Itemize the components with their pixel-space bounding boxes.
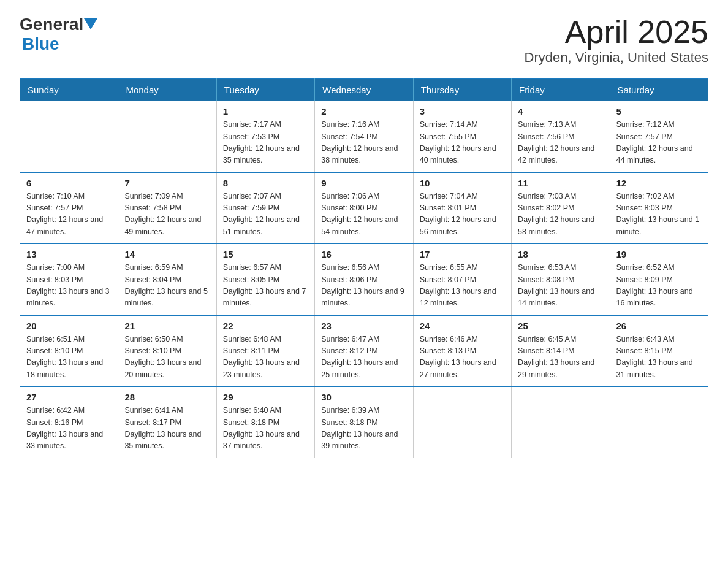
day-info: Sunrise: 6:56 AMSunset: 8:06 PMDaylight:… <box>321 262 406 310</box>
calendar-cell: 16Sunrise: 6:56 AMSunset: 8:06 PMDayligh… <box>315 243 413 315</box>
day-number: 13 <box>26 249 112 259</box>
calendar-cell <box>413 386 511 458</box>
day-number: 21 <box>124 321 210 331</box>
day-number: 15 <box>223 249 308 259</box>
day-info: Sunrise: 6:51 AMSunset: 8:10 PMDaylight:… <box>26 334 112 381</box>
day-number: 6 <box>26 178 112 188</box>
day-info: Sunrise: 6:55 AMSunset: 8:07 PMDaylight:… <box>420 262 505 310</box>
day-info: Sunrise: 7:14 AMSunset: 7:55 PMDaylight:… <box>420 119 505 167</box>
day-number: 5 <box>616 106 702 117</box>
calendar-cell: 30Sunrise: 6:39 AMSunset: 8:18 PMDayligh… <box>315 386 413 458</box>
calendar-cell: 24Sunrise: 6:46 AMSunset: 8:13 PMDayligh… <box>413 315 511 387</box>
day-number: 11 <box>518 178 603 188</box>
calendar-week-1: 1Sunrise: 7:17 AMSunset: 7:53 PMDaylight… <box>20 101 708 172</box>
calendar-week-5: 27Sunrise: 6:42 AMSunset: 8:16 PMDayligh… <box>20 386 708 458</box>
calendar-header-row: SundayMondayTuesdayWednesdayThursdayFrid… <box>20 79 708 102</box>
day-number: 24 <box>420 321 505 331</box>
calendar-cell: 5Sunrise: 7:12 AMSunset: 7:57 PMDaylight… <box>610 101 708 172</box>
day-info: Sunrise: 7:03 AMSunset: 8:02 PMDaylight:… <box>518 191 603 239</box>
day-info: Sunrise: 7:04 AMSunset: 8:01 PMDaylight:… <box>420 191 505 239</box>
day-number: 27 <box>26 392 112 402</box>
calendar-cell: 18Sunrise: 6:53 AMSunset: 8:08 PMDayligh… <box>512 243 610 315</box>
day-info: Sunrise: 7:09 AMSunset: 7:58 PMDaylight:… <box>124 191 210 239</box>
calendar-cell: 15Sunrise: 6:57 AMSunset: 8:05 PMDayligh… <box>216 243 314 315</box>
day-number: 16 <box>321 249 406 259</box>
calendar-cell: 21Sunrise: 6:50 AMSunset: 8:10 PMDayligh… <box>118 315 216 387</box>
day-number: 3 <box>420 106 505 117</box>
calendar-cell: 28Sunrise: 6:41 AMSunset: 8:17 PMDayligh… <box>118 386 216 458</box>
day-info: Sunrise: 6:40 AMSunset: 8:18 PMDaylight:… <box>223 405 308 453</box>
day-info: Sunrise: 6:46 AMSunset: 8:13 PMDaylight:… <box>420 334 505 381</box>
day-number: 17 <box>420 249 505 259</box>
calendar-cell <box>610 386 708 458</box>
day-info: Sunrise: 6:43 AMSunset: 8:15 PMDaylight:… <box>616 334 702 381</box>
day-number: 18 <box>518 249 603 259</box>
weekday-header-saturday: Saturday <box>610 79 708 102</box>
day-number: 8 <box>223 178 308 188</box>
logo: General Blue <box>20 15 98 54</box>
calendar-cell: 23Sunrise: 6:47 AMSunset: 8:12 PMDayligh… <box>315 315 413 387</box>
weekday-header-thursday: Thursday <box>413 79 511 102</box>
day-number: 23 <box>321 321 406 331</box>
calendar-cell: 3Sunrise: 7:14 AMSunset: 7:55 PMDaylight… <box>413 101 511 172</box>
day-number: 9 <box>321 178 406 188</box>
day-info: Sunrise: 7:10 AMSunset: 7:57 PMDaylight:… <box>26 191 112 239</box>
weekday-header-sunday: Sunday <box>20 79 118 102</box>
weekday-header-monday: Monday <box>118 79 216 102</box>
day-number: 22 <box>223 321 308 331</box>
day-number: 25 <box>518 321 603 331</box>
day-info: Sunrise: 7:00 AMSunset: 8:03 PMDaylight:… <box>26 262 112 310</box>
day-info: Sunrise: 7:07 AMSunset: 7:59 PMDaylight:… <box>223 191 308 239</box>
calendar-cell: 12Sunrise: 7:02 AMSunset: 8:03 PMDayligh… <box>610 172 708 244</box>
weekday-header-tuesday: Tuesday <box>216 79 314 102</box>
calendar-week-3: 13Sunrise: 7:00 AMSunset: 8:03 PMDayligh… <box>20 243 708 315</box>
day-info: Sunrise: 6:53 AMSunset: 8:08 PMDaylight:… <box>518 262 603 310</box>
day-number: 12 <box>616 178 702 188</box>
calendar-cell: 2Sunrise: 7:16 AMSunset: 7:54 PMDaylight… <box>315 101 413 172</box>
day-number: 26 <box>616 321 702 331</box>
day-info: Sunrise: 7:16 AMSunset: 7:54 PMDaylight:… <box>321 119 406 167</box>
calendar-cell <box>512 386 610 458</box>
calendar-cell: 19Sunrise: 6:52 AMSunset: 8:09 PMDayligh… <box>610 243 708 315</box>
weekday-header-friday: Friday <box>512 79 610 102</box>
day-number: 7 <box>124 178 210 188</box>
calendar-subtitle: Dryden, Virginia, United States <box>525 50 708 66</box>
day-info: Sunrise: 6:47 AMSunset: 8:12 PMDaylight:… <box>321 334 406 381</box>
calendar-cell: 8Sunrise: 7:07 AMSunset: 7:59 PMDaylight… <box>216 172 314 244</box>
calendar-cell: 11Sunrise: 7:03 AMSunset: 8:02 PMDayligh… <box>512 172 610 244</box>
calendar-cell: 7Sunrise: 7:09 AMSunset: 7:58 PMDaylight… <box>118 172 216 244</box>
day-number: 10 <box>420 178 505 188</box>
day-number: 30 <box>321 392 406 402</box>
day-info: Sunrise: 7:13 AMSunset: 7:56 PMDaylight:… <box>518 119 603 167</box>
svg-marker-0 <box>84 18 97 29</box>
calendar-cell: 22Sunrise: 6:48 AMSunset: 8:11 PMDayligh… <box>216 315 314 387</box>
day-info: Sunrise: 6:42 AMSunset: 8:16 PMDaylight:… <box>26 405 112 453</box>
calendar-cell: 29Sunrise: 6:40 AMSunset: 8:18 PMDayligh… <box>216 386 314 458</box>
day-number: 29 <box>223 392 308 402</box>
calendar-cell: 4Sunrise: 7:13 AMSunset: 7:56 PMDaylight… <box>512 101 610 172</box>
calendar-cell: 27Sunrise: 6:42 AMSunset: 8:16 PMDayligh… <box>20 386 118 458</box>
calendar-cell: 6Sunrise: 7:10 AMSunset: 7:57 PMDaylight… <box>20 172 118 244</box>
calendar-cell <box>118 101 216 172</box>
calendar-title: April 2025 <box>525 15 708 50</box>
calendar-cell: 26Sunrise: 6:43 AMSunset: 8:15 PMDayligh… <box>610 315 708 387</box>
calendar-cell <box>20 101 118 172</box>
calendar-week-2: 6Sunrise: 7:10 AMSunset: 7:57 PMDaylight… <box>20 172 708 244</box>
day-info: Sunrise: 6:48 AMSunset: 8:11 PMDaylight:… <box>223 334 308 381</box>
day-number: 19 <box>616 249 702 259</box>
calendar-cell: 13Sunrise: 7:00 AMSunset: 8:03 PMDayligh… <box>20 243 118 315</box>
logo-blue-text: Blue <box>22 34 59 53</box>
day-info: Sunrise: 6:39 AMSunset: 8:18 PMDaylight:… <box>321 405 406 453</box>
day-info: Sunrise: 6:52 AMSunset: 8:09 PMDaylight:… <box>616 262 702 310</box>
day-info: Sunrise: 6:57 AMSunset: 8:05 PMDaylight:… <box>223 262 308 310</box>
day-info: Sunrise: 6:41 AMSunset: 8:17 PMDaylight:… <box>124 405 210 453</box>
day-number: 4 <box>518 106 603 117</box>
day-info: Sunrise: 6:50 AMSunset: 8:10 PMDaylight:… <box>124 334 210 381</box>
calendar-cell: 9Sunrise: 7:06 AMSunset: 8:00 PMDaylight… <box>315 172 413 244</box>
day-number: 28 <box>124 392 210 402</box>
calendar-title-block: April 2025 Dryden, Virginia, United Stat… <box>525 15 708 66</box>
day-number: 20 <box>26 321 112 331</box>
day-info: Sunrise: 7:02 AMSunset: 8:03 PMDaylight:… <box>616 191 702 239</box>
calendar-cell: 10Sunrise: 7:04 AMSunset: 8:01 PMDayligh… <box>413 172 511 244</box>
calendar-cell: 1Sunrise: 7:17 AMSunset: 7:53 PMDaylight… <box>216 101 314 172</box>
